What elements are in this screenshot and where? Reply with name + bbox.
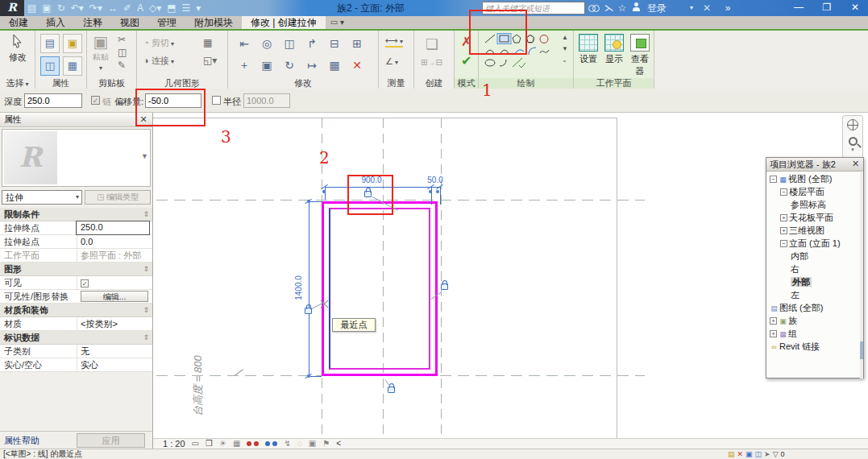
finish-sketch-icon[interactable]: ✔	[461, 53, 471, 68]
collapse-icon[interactable]: −	[780, 188, 787, 196]
application-menu-button[interactable]: R	[0, 0, 24, 16]
tree-item-ceiling-plans[interactable]: +天花板平面	[766, 211, 863, 224]
modify-select-button[interactable]: 修改	[3, 34, 32, 64]
expand-icon[interactable]: +	[770, 317, 777, 325]
detail-level-icon[interactable]: ▭	[192, 439, 199, 449]
zoom-icon[interactable]	[849, 137, 858, 146]
thin-lines-icon[interactable]: ☰	[182, 2, 191, 14]
reference-plane-top[interactable]	[156, 200, 645, 201]
minimize-button[interactable]: —	[786, 0, 812, 16]
temporary-hide-isolate-icon[interactable]	[247, 440, 259, 447]
family-types-icon[interactable]: ▦	[63, 56, 82, 76]
apply-button[interactable]: 应用	[77, 433, 145, 448]
dimension-line-left[interactable]	[309, 201, 309, 376]
link-icon[interactable]: ◫	[755, 449, 762, 459]
create-similar-icon[interactable]: ⊞→⊟	[421, 58, 442, 67]
prop-group-materials[interactable]: 材质和装饰⇕	[0, 304, 152, 317]
tree-item-sheets[interactable]: ▤图纸 (全部)	[766, 301, 863, 314]
trim-corner-icon[interactable]: ↱	[307, 37, 317, 50]
dimension-height-value[interactable]: 1400.0	[294, 271, 303, 306]
select-toggle-icon[interactable]: ➤	[764, 449, 770, 459]
redo-icon[interactable]: ↷▾	[89, 2, 102, 14]
restore-button[interactable]: ❐	[814, 0, 840, 16]
exchange-apps-icon[interactable]: ✕	[700, 0, 714, 16]
match-type-icon[interactable]: ✎	[118, 60, 126, 71]
tree-item-exterior[interactable]: 外部	[766, 275, 863, 288]
prop-group-identity[interactable]: 标识数据⇕	[0, 331, 152, 345]
sill-height-label[interactable]: 台高度 = 800	[191, 333, 206, 438]
visibility-edit-button[interactable]: 编辑...	[81, 291, 148, 302]
section-icon[interactable]: ⬒	[167, 2, 176, 14]
collapse-icon[interactable]: −	[770, 176, 777, 183]
prop-row-extrusion-start[interactable]: 拉伸起点 0.0	[0, 235, 152, 249]
text-icon[interactable]: A	[137, 2, 143, 14]
pin-icon[interactable]: ⊞	[352, 37, 362, 50]
tree-item-elevations[interactable]: −立面 (立面 1)	[766, 237, 863, 250]
tab-manage[interactable]: 管理	[148, 16, 185, 29]
tree-item-interior[interactable]: 内部	[766, 250, 863, 263]
wall-joins-icon[interactable]: ▦	[203, 37, 212, 48]
visible-checkbox[interactable]: ✓	[81, 279, 89, 287]
measure-tool-icon[interactable]: ⟷	[385, 35, 403, 48]
zoom-dropdown-icon[interactable]: ▾	[843, 147, 862, 152]
cut-to-clipboard-icon[interactable]: ✂	[118, 34, 126, 45]
worksets-icon[interactable]: ▤	[728, 449, 735, 459]
cut-geometry-button[interactable]: ◔ 剪切	[143, 37, 174, 49]
draw-expand-icon[interactable]: ⌄	[562, 56, 567, 64]
user-icon[interactable]	[630, 0, 642, 16]
properties-toggle-icon[interactable]: ◫	[40, 56, 60, 76]
move-icon[interactable]: +	[241, 59, 247, 72]
prop-group-graphics[interactable]: 图形⇕	[0, 263, 152, 276]
browser-scrollbar[interactable]	[860, 172, 863, 378]
dimension-offset-value[interactable]: 50.0	[419, 176, 451, 184]
design-options-icon[interactable]: ▣	[745, 449, 753, 459]
tree-item-left[interactable]: 左	[766, 288, 863, 301]
constraint-lock-left-icon[interactable]	[305, 308, 312, 314]
worksharing-display-icon[interactable]: ▣	[309, 439, 316, 449]
demolish-icon[interactable]: ◱▾	[203, 55, 217, 66]
steering-wheel-icon[interactable]	[847, 119, 858, 130]
copy-to-clipboard-icon[interactable]: ◫	[118, 47, 127, 58]
tab-annotate[interactable]: 注释	[74, 16, 111, 29]
tab-addins[interactable]: 附加模块	[185, 16, 242, 29]
draw-scroll-down-icon[interactable]: ▼	[562, 45, 568, 52]
create-group-icon[interactable]: ❏	[426, 35, 438, 53]
crop-region-top[interactable]	[153, 118, 617, 118]
tab-insert[interactable]: 插入	[37, 16, 74, 29]
prop-row-material[interactable]: 材质 <按类别>	[0, 317, 152, 331]
reveal-hidden-elements-icon[interactable]	[265, 440, 277, 447]
close-button[interactable]: ✕	[842, 0, 868, 16]
sign-in-dropdown-icon[interactable]: ▾	[687, 0, 696, 16]
family-category-icon[interactable]: ▣	[63, 34, 82, 53]
tree-item-revit-links[interactable]: ∞Revit 链接	[766, 340, 863, 353]
project-browser-header[interactable]: 项目浏览器 - 族2 ✕	[766, 158, 863, 172]
properties-palette-icon[interactable]: ▤	[40, 34, 60, 53]
favorites-star-icon[interactable]: ☆	[616, 0, 629, 16]
tree-item-groups[interactable]: +▦组	[766, 327, 863, 340]
constraint-lock-right-icon[interactable]	[441, 283, 448, 290]
radius-input[interactable]	[243, 93, 290, 108]
project-browser-close-icon[interactable]: ✕	[850, 159, 861, 169]
sun-path-icon[interactable]: ☀	[219, 439, 226, 449]
default-3d-view-icon[interactable]: ◇▾	[149, 2, 161, 14]
chain-checkbox[interactable]: ✓	[91, 96, 100, 105]
reference-plane-right[interactable]	[441, 118, 442, 437]
tree-item-3d-views[interactable]: +三维视图	[766, 224, 863, 237]
expand-icon[interactable]: +	[780, 227, 787, 234]
search-icon[interactable]	[587, 0, 601, 16]
workplane-viewer-button[interactable]: 查看器	[627, 34, 653, 77]
prop-row-workplane[interactable]: 工作平面 参照平面 : 外部	[0, 249, 152, 263]
view-scale[interactable]: 1 : 20	[163, 439, 185, 449]
qat-customize-icon[interactable]: ▾	[196, 2, 201, 14]
prop-row-visibility-overrides[interactable]: 可见性/图形替换 编辑...	[0, 290, 152, 304]
prop-row-subcategory[interactable]: 子类别 无	[0, 345, 152, 358]
collapse-icon[interactable]: −	[780, 240, 787, 247]
save-icon[interactable]: ▣	[42, 2, 51, 14]
undo-icon[interactable]: ↶▾	[71, 2, 84, 14]
sketch-rectangle-inner[interactable]	[329, 208, 430, 370]
prop-row-extrusion-end[interactable]: 拉伸终点 250.0	[0, 221, 152, 235]
align-icon[interactable]: ⇤	[239, 37, 249, 50]
array-icon[interactable]: ▦	[329, 59, 339, 72]
prop-group-constraints[interactable]: 限制条件⇕	[0, 208, 152, 221]
filter-icon[interactable]: ▽	[773, 449, 779, 459]
